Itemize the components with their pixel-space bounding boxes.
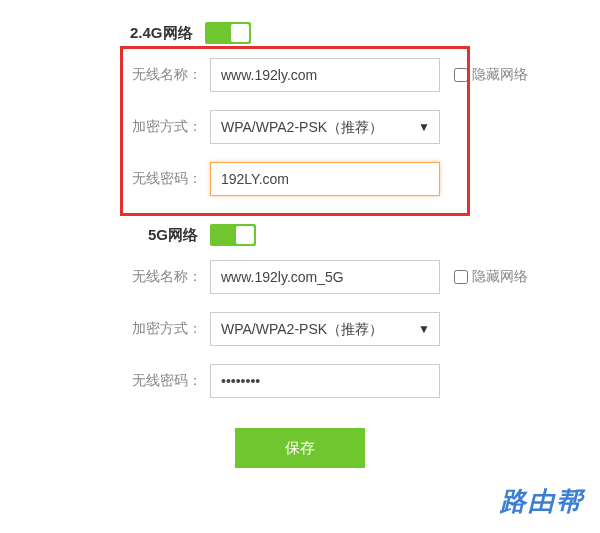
wifi-24g-enc-row: 加密方式： WPA/WPA2-PSK（推荐） ▼ bbox=[0, 110, 600, 144]
wifi-5g-toggle[interactable] bbox=[210, 224, 256, 246]
wifi-24g-section: 2.4G网络 无线名称： 隐藏网络 加密方式： WPA/WPA2-PSK（推荐）… bbox=[0, 0, 600, 196]
pwd-label: 无线密码： bbox=[0, 170, 210, 188]
wifi-24g-hide-checkbox[interactable] bbox=[454, 68, 468, 82]
wifi-24g-hide-wrap[interactable]: 隐藏网络 bbox=[454, 66, 528, 84]
toggle-knob bbox=[231, 24, 249, 42]
wifi-24g-ssid-input[interactable] bbox=[210, 58, 440, 92]
wifi-5g-enc-select[interactable]: WPA/WPA2-PSK（推荐） bbox=[210, 312, 440, 346]
wifi-24g-toggle[interactable] bbox=[205, 22, 251, 44]
wifi-5g-title: 5G网络 bbox=[148, 226, 198, 245]
wifi-5g-ssid-input[interactable] bbox=[210, 260, 440, 294]
ssid-label: 无线名称： bbox=[0, 268, 210, 286]
wifi-24g-enc-wrap: WPA/WPA2-PSK（推荐） ▼ bbox=[210, 110, 440, 144]
enc-label: 加密方式： bbox=[0, 118, 210, 136]
ssid-label: 无线名称： bbox=[0, 66, 210, 84]
hide-label: 隐藏网络 bbox=[472, 268, 528, 286]
wifi-5g-hide-wrap[interactable]: 隐藏网络 bbox=[454, 268, 528, 286]
pwd-label: 无线密码： bbox=[0, 372, 210, 390]
wifi-24g-enc-select[interactable]: WPA/WPA2-PSK（推荐） bbox=[210, 110, 440, 144]
watermark: 路由帮 bbox=[500, 484, 584, 519]
wifi-5g-ssid-row: 无线名称： 隐藏网络 bbox=[0, 260, 600, 294]
wifi-5g-hide-checkbox[interactable] bbox=[454, 270, 468, 284]
wifi-5g-header: 5G网络 bbox=[148, 224, 600, 246]
toggle-knob bbox=[236, 226, 254, 244]
wifi-5g-enc-wrap: WPA/WPA2-PSK（推荐） ▼ bbox=[210, 312, 440, 346]
wifi-5g-enc-row: 加密方式： WPA/WPA2-PSK（推荐） ▼ bbox=[0, 312, 600, 346]
wifi-24g-ssid-row: 无线名称： 隐藏网络 bbox=[0, 58, 600, 92]
wifi-24g-pwd-input[interactable] bbox=[210, 162, 440, 196]
wifi-24g-pwd-row: 无线密码： bbox=[0, 162, 600, 196]
save-button[interactable]: 保存 bbox=[235, 428, 365, 468]
wifi-24g-header: 2.4G网络 bbox=[130, 22, 600, 44]
wifi-5g-section: 5G网络 无线名称： 隐藏网络 加密方式： WPA/WPA2-PSK（推荐） ▼… bbox=[0, 224, 600, 398]
save-row: 保存 bbox=[0, 428, 600, 468]
wifi-24g-title: 2.4G网络 bbox=[130, 24, 193, 43]
wifi-5g-pwd-input[interactable] bbox=[210, 364, 440, 398]
hide-label: 隐藏网络 bbox=[472, 66, 528, 84]
wifi-5g-pwd-row: 无线密码： bbox=[0, 364, 600, 398]
enc-label: 加密方式： bbox=[0, 320, 210, 338]
